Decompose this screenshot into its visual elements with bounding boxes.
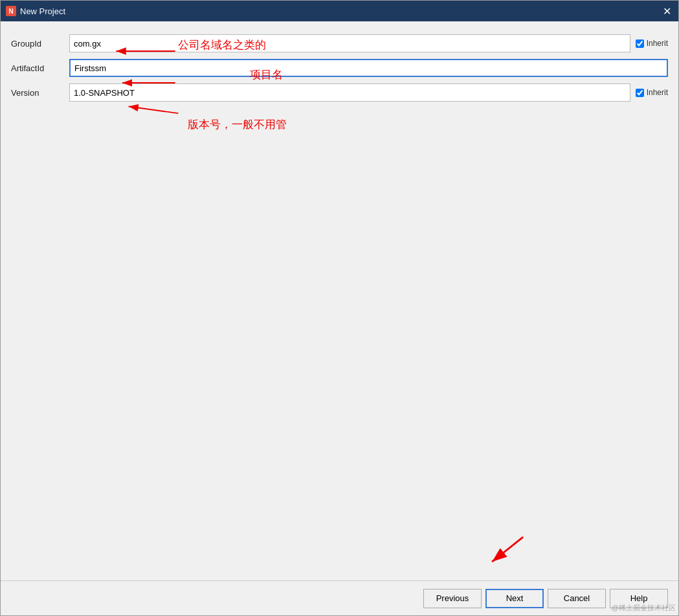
artifactid-row: ArtifactId — [11, 59, 668, 77]
version-inherit: Inherit — [636, 88, 668, 97]
groupid-inherit-label: Inherit — [647, 39, 668, 48]
groupid-inherit: Inherit — [636, 39, 668, 48]
artifactid-label: ArtifactId — [11, 63, 69, 73]
svg-text:版本号，一般不用管: 版本号，一般不用管 — [188, 118, 287, 131]
groupid-input[interactable] — [69, 34, 630, 52]
close-button[interactable]: ✕ — [660, 5, 673, 17]
app-icon: N — [6, 6, 16, 16]
annotations-layer: 公司名域名之类的 项目名 版本号，一般不用管 — [1, 21, 678, 580]
main-window: N New Project ✕ GroupId Inherit Artifact… — [0, 0, 679, 616]
version-inherit-label: Inherit — [647, 88, 668, 97]
version-inherit-checkbox[interactable] — [636, 89, 644, 97]
help-button[interactable]: Help — [610, 589, 668, 608]
bottom-bar: Previous Next Cancel Help — [1, 580, 678, 615]
cancel-button[interactable]: Cancel — [548, 589, 606, 608]
content-area: GroupId Inherit ArtifactId Version Inher… — [1, 21, 678, 580]
previous-button[interactable]: Previous — [423, 589, 482, 608]
next-button[interactable]: Next — [485, 589, 544, 608]
groupid-label: GroupId — [11, 39, 69, 49]
svg-line-7 — [492, 537, 523, 562]
title-bar: N New Project ✕ — [1, 1, 678, 21]
svg-line-5 — [129, 107, 179, 114]
version-input[interactable] — [69, 83, 630, 102]
groupid-inherit-checkbox[interactable] — [636, 39, 644, 48]
version-row: Version Inherit — [11, 83, 668, 102]
artifactid-input[interactable] — [69, 59, 668, 77]
groupid-row: GroupId Inherit — [11, 34, 668, 52]
window-title: New Project — [20, 6, 660, 16]
version-label: Version — [11, 88, 69, 98]
